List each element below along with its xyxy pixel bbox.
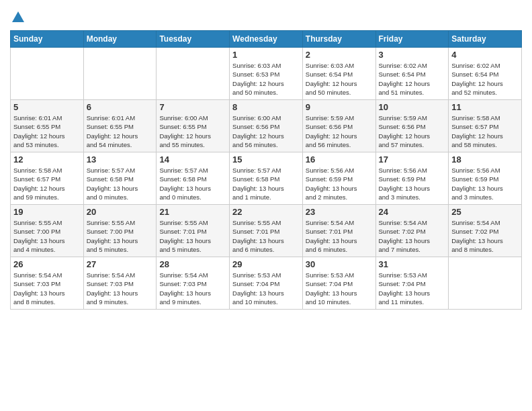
week-row-1: 1Sunrise: 6:03 AM Sunset: 6:53 PM Daylig… [11, 48, 522, 100]
day-number: 25 [451, 207, 519, 217]
week-row-4: 19Sunrise: 5:55 AM Sunset: 7:00 PM Dayli… [11, 205, 522, 257]
day-cell: 18Sunrise: 5:56 AM Sunset: 6:59 PM Dayli… [449, 152, 522, 205]
page: SundayMondayTuesdayWednesdayThursdayFrid… [0, 0, 532, 316]
day-number: 29 [232, 259, 300, 269]
day-number: 21 [159, 207, 226, 217]
day-cell: 11Sunrise: 5:58 AM Sunset: 6:57 PM Dayli… [449, 100, 522, 152]
day-cell: 20Sunrise: 5:55 AM Sunset: 7:00 PM Dayli… [83, 205, 157, 257]
day-number: 12 [13, 154, 81, 165]
day-info: Sunrise: 5:58 AM Sunset: 6:57 PM Dayligh… [13, 166, 81, 201]
day-info: Sunrise: 5:55 AM Sunset: 7:01 PM Dayligh… [159, 218, 226, 254]
day-cell: 22Sunrise: 5:55 AM Sunset: 7:01 PM Dayli… [230, 205, 303, 257]
day-number: 4 [451, 50, 519, 60]
day-cell: 10Sunrise: 5:59 AM Sunset: 6:56 PM Dayli… [375, 100, 449, 152]
day-info: Sunrise: 6:01 AM Sunset: 6:55 PM Dayligh… [87, 113, 154, 149]
week-row-5: 26Sunrise: 5:54 AM Sunset: 7:03 PM Dayli… [11, 257, 522, 310]
day-cell: 15Sunrise: 5:57 AM Sunset: 6:58 PM Dayli… [230, 152, 303, 205]
day-cell: 24Sunrise: 5:54 AM Sunset: 7:02 PM Dayli… [375, 205, 449, 257]
col-header-tuesday: Tuesday [157, 31, 230, 48]
header-row: SundayMondayTuesdayWednesdayThursdayFrid… [11, 31, 522, 48]
day-info: Sunrise: 5:54 AM Sunset: 7:03 PM Dayligh… [159, 271, 226, 306]
day-cell: 23Sunrise: 5:54 AM Sunset: 7:01 PM Dayli… [302, 205, 375, 257]
day-number: 1 [232, 50, 300, 60]
day-info: Sunrise: 6:03 AM Sunset: 6:53 PM Dayligh… [232, 61, 300, 97]
day-cell [83, 48, 157, 100]
day-number: 2 [306, 50, 373, 60]
day-info: Sunrise: 5:56 AM Sunset: 6:59 PM Dayligh… [451, 166, 519, 201]
day-number: 10 [379, 102, 446, 112]
day-cell [449, 257, 522, 310]
day-cell [157, 48, 230, 100]
day-number: 16 [306, 154, 373, 165]
col-header-monday: Monday [83, 31, 157, 48]
day-number: 8 [232, 102, 300, 112]
day-cell: 31Sunrise: 5:53 AM Sunset: 7:04 PM Dayli… [375, 257, 449, 310]
day-info: Sunrise: 5:53 AM Sunset: 7:04 PM Dayligh… [306, 271, 373, 306]
day-number: 30 [306, 259, 373, 269]
day-info: Sunrise: 6:00 AM Sunset: 6:55 PM Dayligh… [159, 113, 226, 149]
day-info: Sunrise: 5:54 AM Sunset: 7:01 PM Dayligh… [306, 218, 373, 254]
logo-wrapper [10, 10, 26, 22]
day-info: Sunrise: 5:59 AM Sunset: 6:56 PM Dayligh… [306, 113, 373, 149]
day-cell: 1Sunrise: 6:03 AM Sunset: 6:53 PM Daylig… [230, 48, 303, 100]
day-cell: 30Sunrise: 5:53 AM Sunset: 7:04 PM Dayli… [302, 257, 375, 310]
day-info: Sunrise: 5:55 AM Sunset: 7:00 PM Dayligh… [87, 218, 154, 254]
day-cell: 29Sunrise: 5:53 AM Sunset: 7:04 PM Dayli… [230, 257, 303, 310]
day-info: Sunrise: 6:01 AM Sunset: 6:55 PM Dayligh… [13, 113, 81, 149]
day-info: Sunrise: 5:54 AM Sunset: 7:03 PM Dayligh… [87, 271, 154, 306]
day-info: Sunrise: 5:56 AM Sunset: 6:59 PM Dayligh… [306, 166, 373, 201]
day-number: 27 [87, 259, 154, 269]
week-row-2: 5Sunrise: 6:01 AM Sunset: 6:55 PM Daylig… [11, 100, 522, 152]
day-number: 28 [159, 259, 226, 269]
day-info: Sunrise: 6:02 AM Sunset: 6:54 PM Dayligh… [379, 61, 446, 97]
day-info: Sunrise: 5:55 AM Sunset: 7:00 PM Dayligh… [13, 218, 81, 254]
day-info: Sunrise: 5:54 AM Sunset: 7:02 PM Dayligh… [379, 218, 446, 254]
day-number: 20 [87, 207, 154, 217]
day-cell: 8Sunrise: 6:00 AM Sunset: 6:56 PM Daylig… [230, 100, 303, 152]
svg-marker-0 [12, 11, 24, 22]
day-cell: 17Sunrise: 5:56 AM Sunset: 6:59 PM Dayli… [375, 152, 449, 205]
day-cell: 6Sunrise: 6:01 AM Sunset: 6:55 PM Daylig… [83, 100, 157, 152]
day-cell: 26Sunrise: 5:54 AM Sunset: 7:03 PM Dayli… [11, 257, 84, 310]
day-cell: 16Sunrise: 5:56 AM Sunset: 6:59 PM Dayli… [302, 152, 375, 205]
day-number: 17 [379, 154, 446, 165]
col-header-thursday: Thursday [302, 31, 375, 48]
day-cell: 25Sunrise: 5:54 AM Sunset: 7:02 PM Dayli… [449, 205, 522, 257]
day-number: 23 [306, 207, 373, 217]
day-number: 7 [159, 102, 226, 112]
day-number: 18 [451, 154, 519, 165]
day-number: 11 [451, 102, 519, 112]
header [10, 10, 522, 22]
logo-combined [10, 10, 26, 25]
day-cell: 2Sunrise: 6:03 AM Sunset: 6:54 PM Daylig… [302, 48, 375, 100]
calendar-table: SundayMondayTuesdayWednesdayThursdayFrid… [10, 30, 522, 310]
day-info: Sunrise: 5:57 AM Sunset: 6:58 PM Dayligh… [232, 166, 300, 201]
day-number: 3 [379, 50, 446, 60]
day-info: Sunrise: 5:53 AM Sunset: 7:04 PM Dayligh… [232, 271, 300, 306]
day-number: 26 [13, 259, 81, 269]
day-cell: 3Sunrise: 6:02 AM Sunset: 6:54 PM Daylig… [375, 48, 449, 100]
day-info: Sunrise: 6:03 AM Sunset: 6:54 PM Dayligh… [306, 61, 373, 97]
week-row-3: 12Sunrise: 5:58 AM Sunset: 6:57 PM Dayli… [11, 152, 522, 205]
day-cell: 4Sunrise: 6:02 AM Sunset: 6:54 PM Daylig… [449, 48, 522, 100]
day-cell: 19Sunrise: 5:55 AM Sunset: 7:00 PM Dayli… [11, 205, 84, 257]
day-info: Sunrise: 5:59 AM Sunset: 6:56 PM Dayligh… [379, 113, 446, 149]
logo [10, 10, 26, 22]
day-cell: 28Sunrise: 5:54 AM Sunset: 7:03 PM Dayli… [157, 257, 230, 310]
day-cell [11, 48, 84, 100]
day-info: Sunrise: 5:58 AM Sunset: 6:57 PM Dayligh… [451, 113, 519, 149]
col-header-sunday: Sunday [11, 31, 84, 48]
day-info: Sunrise: 5:54 AM Sunset: 7:03 PM Dayligh… [13, 271, 81, 306]
day-number: 24 [379, 207, 446, 217]
day-number: 9 [306, 102, 373, 112]
col-header-friday: Friday [375, 31, 449, 48]
day-number: 5 [13, 102, 81, 112]
day-cell: 14Sunrise: 5:57 AM Sunset: 6:58 PM Dayli… [157, 152, 230, 205]
day-info: Sunrise: 5:54 AM Sunset: 7:02 PM Dayligh… [451, 218, 519, 254]
day-info: Sunrise: 6:02 AM Sunset: 6:54 PM Dayligh… [451, 61, 519, 97]
day-number: 31 [379, 259, 446, 269]
logo-icon [11, 10, 26, 25]
day-info: Sunrise: 5:57 AM Sunset: 6:58 PM Dayligh… [159, 166, 226, 201]
day-info: Sunrise: 5:57 AM Sunset: 6:58 PM Dayligh… [87, 166, 154, 201]
day-cell: 12Sunrise: 5:58 AM Sunset: 6:57 PM Dayli… [11, 152, 84, 205]
